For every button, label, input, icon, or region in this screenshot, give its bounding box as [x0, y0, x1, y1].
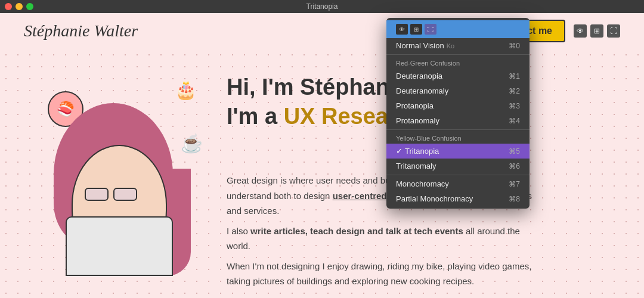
- protanomaly-item[interactable]: Protanomaly ⌘4: [386, 113, 530, 128]
- close-button[interactable]: [5, 3, 12, 10]
- protanopia-shortcut: ⌘3: [509, 102, 520, 110]
- window-title: Tritanopia: [306, 2, 338, 11]
- divider-3: [386, 175, 530, 175]
- protanomaly-shortcut: ⌘4: [509, 117, 520, 125]
- site-logo: Stéphanie Walter: [24, 21, 389, 41]
- normal-vision-ko: Ko: [447, 42, 454, 49]
- partial-monochromacy-label: Partial Monochromacy: [396, 194, 473, 203]
- tritanomaly-label: Tritanomaly: [396, 162, 436, 170]
- puzzle-icon[interactable]: ⛶: [607, 24, 620, 38]
- protanomaly-label: Protanomaly: [396, 116, 439, 125]
- eye-icon[interactable]: 👁: [574, 24, 587, 38]
- monochromacy-label: Monochromacy: [396, 179, 449, 188]
- monochromacy-item[interactable]: Monochromacy ⌘7: [386, 176, 530, 191]
- divider-2: [386, 129, 530, 130]
- minimize-button[interactable]: [16, 3, 23, 10]
- vision-dropdown[interactable]: 👁 ⊞ ⛶ Normal Vision Ko ⌘0 Red-Green Conf…: [386, 18, 530, 209]
- hero-description-3: When I'm not designing I enjoy drawing, …: [227, 259, 537, 289]
- tritanopia-item[interactable]: ✓ Tritanopia ⌘5: [386, 144, 530, 159]
- character-body: [66, 216, 173, 276]
- deuteranomaly-item[interactable]: Deuteranomaly ⌘2: [386, 83, 530, 98]
- dropdown-top-icons[interactable]: 👁 ⊞ ⛶: [396, 24, 436, 35]
- illustration-inner: 🍣 🎂 ☕: [36, 73, 203, 276]
- bold-activities: write articles, teach design and talk at…: [250, 226, 463, 236]
- tea-icon: ☕: [181, 133, 203, 154]
- tritanopia-label: Tritanopia: [405, 147, 439, 156]
- deuteranopia-item[interactable]: Deuteranopia ⌘1: [386, 69, 530, 83]
- grid-tool-icon[interactable]: ⊞: [410, 24, 422, 35]
- deuteranopia-label: Deuteranopia: [396, 72, 442, 80]
- normal-vision-label: Normal Vision Ko: [396, 41, 454, 50]
- deuteranomaly-shortcut: ⌘2: [509, 87, 520, 95]
- eye-tool-icon[interactable]: 👁: [396, 24, 408, 35]
- dropdown-top-bar: 👁 ⊞ ⛶: [386, 20, 530, 38]
- tool-icons: 👁 ⊞ ⛶: [574, 24, 620, 38]
- navigation: Stéphanie Walter Work Speaking Contact m…: [0, 13, 644, 49]
- deuteranopia-shortcut: ⌘1: [509, 72, 520, 80]
- maximize-button[interactable]: [26, 3, 33, 10]
- hero-section: 🍣 🎂 ☕ Hi, I'm Stép: [0, 49, 644, 298]
- checkmark-icon: ✓: [396, 147, 402, 156]
- yellow-blue-category: Yellow-Blue Confusion: [386, 131, 530, 144]
- active-tool-icon[interactable]: ⛶: [425, 24, 436, 35]
- hero-description-2: I also write articles, teach design and …: [227, 224, 537, 254]
- hero-illustration: 🍣 🎂 ☕: [24, 61, 215, 289]
- partial-monochromacy-shortcut: ⌘8: [509, 195, 520, 203]
- deuteranomaly-label: Deuteranomaly: [396, 86, 448, 95]
- cake-icon: 🎂: [175, 79, 197, 100]
- protanopia-label: Protanopia: [396, 101, 434, 110]
- monochromacy-shortcut: ⌘7: [509, 180, 520, 188]
- tritanomaly-item[interactable]: Tritanomaly ⌘6: [386, 159, 530, 173]
- red-green-category: Red-Green Confusion: [386, 56, 530, 69]
- partial-monochromacy-item[interactable]: Partial Monochromacy ⌘8: [386, 191, 530, 206]
- tritanopia-label-group: ✓ Tritanopia: [396, 147, 439, 156]
- divider-1: [386, 54, 530, 55]
- window-controls[interactable]: [5, 3, 33, 10]
- tritanomaly-shortcut: ⌘6: [509, 162, 520, 170]
- protanopia-item[interactable]: Protanopia ⌘3: [386, 98, 530, 113]
- tritanopia-shortcut: ⌘5: [509, 147, 520, 156]
- bold-user-centred: user-centred: [333, 191, 387, 201]
- title-bar: Tritanopia: [0, 0, 644, 13]
- normal-vision-item[interactable]: Normal Vision Ko ⌘0: [386, 38, 530, 53]
- normal-vision-shortcut: ⌘0: [509, 42, 520, 50]
- grid-icon[interactable]: ⊞: [590, 24, 603, 38]
- website-content: Stéphanie Walter Work Speaking Contact m…: [0, 13, 644, 298]
